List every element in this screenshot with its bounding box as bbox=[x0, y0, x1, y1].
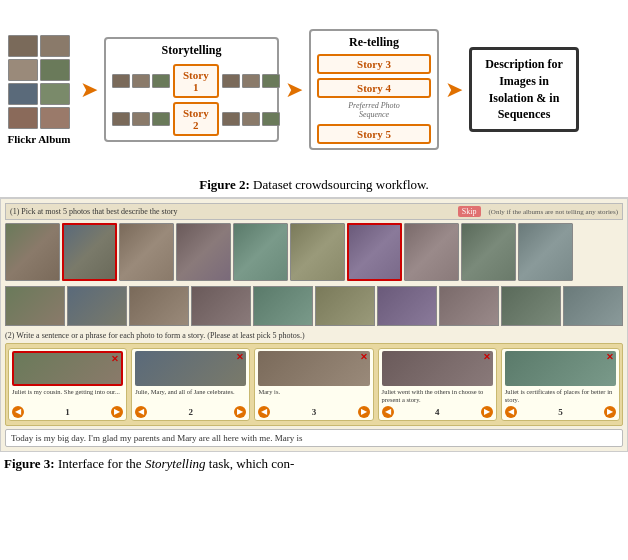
card-next-5[interactable]: ▶ bbox=[604, 406, 616, 418]
photo-thumb2-8[interactable] bbox=[439, 286, 499, 326]
photo-thumb-7[interactable] bbox=[347, 223, 402, 281]
card-text-5[interactable]: Juliet is certificates of places for bet… bbox=[505, 388, 616, 404]
card-prev-2[interactable]: ◀ bbox=[135, 406, 147, 418]
card-text-4[interactable]: Juliet went with the others in choose to… bbox=[382, 388, 493, 404]
story-card-4: ✕ Juliet went with the others in choose … bbox=[378, 348, 497, 421]
story2-thumb bbox=[242, 112, 260, 126]
flickr-thumb bbox=[8, 83, 38, 105]
skip-checkbox[interactable]: Skip bbox=[458, 206, 481, 217]
card-prev-5[interactable]: ◀ bbox=[505, 406, 517, 418]
story1-thumb bbox=[112, 74, 130, 88]
photo-thumb2-2[interactable] bbox=[67, 286, 127, 326]
story1-pill: Story 1 bbox=[173, 64, 219, 98]
card-text-1[interactable]: Juliet is my cousin. She getting into ou… bbox=[12, 388, 123, 404]
photo-thumb-3[interactable] bbox=[119, 223, 174, 281]
story2-thumb bbox=[222, 112, 240, 126]
ui-screenshot: (1) Pick at most 5 photos that best desc… bbox=[0, 198, 628, 452]
card-close-2[interactable]: ✕ bbox=[236, 352, 244, 362]
fig2-text: Dataset crowdsourcing workflow. bbox=[253, 177, 429, 192]
card-nav-5: ◀ 5 ▶ bbox=[505, 406, 616, 418]
story2-thumb bbox=[152, 112, 170, 126]
fig3-label: Figure 3: bbox=[4, 456, 55, 471]
photo-thumb2-6[interactable] bbox=[315, 286, 375, 326]
card-close-5[interactable]: ✕ bbox=[606, 352, 614, 362]
storytelling-title: Storytelling bbox=[162, 43, 222, 58]
photo-thumb-4[interactable] bbox=[176, 223, 231, 281]
flickr-thumb bbox=[40, 35, 70, 57]
photo-thumb-1[interactable] bbox=[5, 223, 60, 281]
photo-thumb2-5[interactable] bbox=[253, 286, 313, 326]
story-card-5: ✕ Juliet is certificates of places for b… bbox=[501, 348, 620, 421]
card-prev-1[interactable]: ◀ bbox=[12, 406, 24, 418]
photo-thumb2-10[interactable] bbox=[563, 286, 623, 326]
card-photo-1[interactable]: ✕ bbox=[12, 351, 123, 386]
story-cards-row: ✕ Juliet is my cousin. She getting into … bbox=[5, 343, 623, 426]
card-photo-3[interactable]: ✕ bbox=[258, 351, 369, 386]
story-card-2: ✕ Julie, Mary, and all of Jane celebrate… bbox=[131, 348, 250, 421]
story1-thumb bbox=[222, 74, 240, 88]
card-num-4: 4 bbox=[435, 407, 440, 417]
card-close-4[interactable]: ✕ bbox=[483, 352, 491, 362]
ui-note: (Only if the albums are not telling any … bbox=[489, 208, 618, 216]
card-next-2[interactable]: ▶ bbox=[234, 406, 246, 418]
card-next-3[interactable]: ▶ bbox=[358, 406, 370, 418]
photos-strip-2 bbox=[5, 286, 623, 328]
photo-thumb2-1[interactable] bbox=[5, 286, 65, 326]
diagram-inner: Flickr Album ➤ Storytelling Story 1 bbox=[4, 12, 624, 167]
card-next-4[interactable]: ▶ bbox=[481, 406, 493, 418]
ui-top-bar: (1) Pick at most 5 photos that best desc… bbox=[5, 203, 623, 220]
card-close-3[interactable]: ✕ bbox=[360, 352, 368, 362]
photo-thumb2-4[interactable] bbox=[191, 286, 251, 326]
flickr-album-col: Flickr Album bbox=[4, 35, 74, 145]
card-nav-3: ◀ 3 ▶ bbox=[258, 406, 369, 418]
arrow-to-storytelling: ➤ bbox=[80, 77, 98, 103]
flickr-thumb bbox=[8, 107, 38, 129]
card-text-2[interactable]: Julie, Mary, and all of Jane celebrates. bbox=[135, 388, 246, 404]
photo-thumb-5[interactable] bbox=[233, 223, 288, 281]
photo-thumb2-7[interactable] bbox=[377, 286, 437, 326]
card-num-5: 5 bbox=[558, 407, 563, 417]
photo-thumb-2[interactable] bbox=[62, 223, 117, 281]
card-photo-5[interactable]: ✕ bbox=[505, 351, 616, 386]
flickr-thumb bbox=[40, 83, 70, 105]
photo-thumb-8[interactable] bbox=[404, 223, 459, 281]
card-photo-2[interactable]: ✕ bbox=[135, 351, 246, 386]
photo-thumb-6[interactable] bbox=[290, 223, 345, 281]
story-text-output[interactable]: Today is my big day. I'm glad my parents… bbox=[5, 429, 623, 447]
story-card-1: ✕ Juliet is my cousin. She getting into … bbox=[8, 348, 127, 421]
card-num-2: 2 bbox=[189, 407, 194, 417]
flickr-thumb bbox=[40, 59, 70, 81]
card-prev-3[interactable]: ◀ bbox=[258, 406, 270, 418]
card-num-3: 3 bbox=[312, 407, 317, 417]
photo-thumb-9[interactable] bbox=[461, 223, 516, 281]
card-photo-4[interactable]: ✕ bbox=[382, 351, 493, 386]
story1-thumb bbox=[152, 74, 170, 88]
flickr-thumb bbox=[40, 107, 70, 129]
card-prev-4[interactable]: ◀ bbox=[382, 406, 394, 418]
story1-row: Story 1 bbox=[112, 64, 271, 98]
story1-thumbs-right bbox=[222, 74, 280, 88]
story3-pill: Story 3 bbox=[317, 54, 431, 74]
card-text-3[interactable]: Mary is. bbox=[258, 388, 369, 404]
card-num-1: 1 bbox=[65, 407, 70, 417]
arrow-to-retelling: ➤ bbox=[285, 77, 303, 103]
story4-pill: Story 4 bbox=[317, 78, 431, 98]
flickr-grid bbox=[8, 35, 70, 129]
photo-thumb-10[interactable] bbox=[518, 223, 573, 281]
photos-strip-1 bbox=[5, 223, 623, 283]
fig3-italic: Storytelling bbox=[145, 456, 206, 471]
description-box: Description for Images in Isolation & in… bbox=[469, 47, 579, 132]
storytelling-box: Storytelling Story 1 bbox=[104, 37, 279, 142]
story1-thumb bbox=[132, 74, 150, 88]
story-card-3: ✕ Mary is. ◀ 3 ▶ bbox=[254, 348, 373, 421]
retelling-title: Re-telling bbox=[349, 35, 399, 50]
ui-instruction2: (2) Write a sentence or a phrase for eac… bbox=[5, 331, 623, 340]
fig3-text-after: task, which con- bbox=[206, 456, 295, 471]
card-nav-1: ◀ 1 ▶ bbox=[12, 406, 123, 418]
photo-thumb2-9[interactable] bbox=[501, 286, 561, 326]
fig2-label: Figure 2: bbox=[199, 177, 250, 192]
card-close-1[interactable]: ✕ bbox=[111, 354, 119, 364]
card-next-1[interactable]: ▶ bbox=[111, 406, 123, 418]
flickr-thumb bbox=[8, 35, 38, 57]
photo-thumb2-3[interactable] bbox=[129, 286, 189, 326]
